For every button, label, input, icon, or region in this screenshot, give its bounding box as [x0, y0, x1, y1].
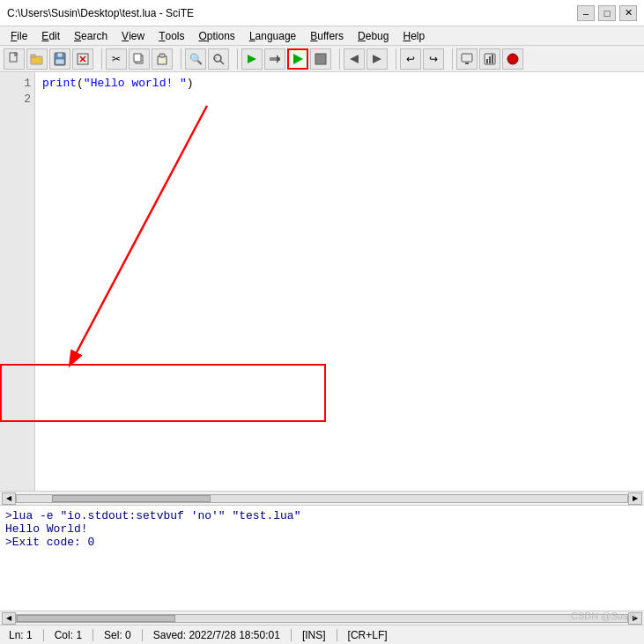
- svg-marker-18: [277, 55, 280, 63]
- run-button[interactable]: [287, 48, 308, 70]
- status-sep-2: [93, 629, 93, 641]
- toolbar-separator-1: [97, 48, 102, 70]
- stop2-button[interactable]: [502, 48, 523, 70]
- menu-buffers[interactable]: Buffers: [303, 26, 351, 46]
- output-line-1: >lua -e "io.stdout:setvbuf 'no'" "test.l…: [5, 509, 639, 522]
- status-line-ending: [CR+LF]: [344, 629, 391, 641]
- menu-bar: File Edit Search View Tools Options Lang…: [0, 26, 644, 46]
- code-line-1: print("Hello world! "): [42, 76, 637, 92]
- graph-button[interactable]: [479, 48, 500, 70]
- redo-button[interactable]: ↪: [423, 48, 444, 70]
- bottom-hscroll[interactable]: ◀ ▶: [0, 611, 644, 625]
- toolbar-separator-3: [233, 48, 238, 70]
- output-panel[interactable]: >lua -e "io.stdout:setvbuf 'no'" "test.l…: [0, 505, 644, 611]
- cut-button[interactable]: ✂: [106, 48, 127, 70]
- close-button[interactable]: ✕: [619, 5, 637, 21]
- close-tab-button[interactable]: [72, 48, 93, 70]
- toolbar-separator-5: [391, 48, 396, 70]
- toolbar-separator-2: [176, 48, 181, 70]
- status-col: Col: 1: [51, 629, 85, 641]
- undo-button[interactable]: ↩: [400, 48, 421, 70]
- find-button[interactable]: 🔍: [185, 48, 206, 70]
- hscroll-thumb[interactable]: [52, 495, 211, 502]
- svg-text:*: *: [215, 56, 218, 62]
- title-text: C:\Users\Susin\Desktop\test.lua - SciTE: [7, 7, 194, 19]
- svg-line-14: [220, 61, 224, 64]
- csdn-watermark: CSDN @Susin: [571, 611, 635, 621]
- maximize-button[interactable]: □: [598, 5, 616, 21]
- status-ins: [INS]: [299, 629, 329, 641]
- menu-options[interactable]: Options: [192, 26, 242, 46]
- menu-view[interactable]: View: [115, 26, 152, 46]
- hscroll-right[interactable]: ▶: [628, 492, 642, 505]
- menu-search[interactable]: Search: [67, 26, 115, 46]
- svg-rect-24: [465, 63, 469, 64]
- bottom-hscroll-track[interactable]: [16, 614, 628, 623]
- find-in-files-button[interactable]: *: [208, 48, 229, 70]
- svg-rect-4: [57, 53, 63, 57]
- copy-button[interactable]: [129, 48, 150, 70]
- toolbar-separator-4: [335, 48, 340, 70]
- toolbar: ✂ 🔍 * ↩ ↪: [0, 46, 644, 72]
- next-button[interactable]: [366, 48, 388, 70]
- compile-button[interactable]: [241, 48, 263, 70]
- svg-marker-21: [350, 55, 359, 63]
- svg-marker-16: [248, 55, 256, 63]
- output-line-2: Hello World!: [5, 522, 639, 536]
- svg-rect-5: [56, 59, 64, 64]
- status-bar: Ln: 1 Col: 1 Sel: 0 Saved: 2022/7/28 18:…: [0, 625, 644, 644]
- svg-rect-20: [315, 54, 326, 64]
- menu-help[interactable]: Help: [396, 26, 432, 46]
- hscroll-left[interactable]: ◀: [2, 492, 16, 505]
- svg-rect-26: [486, 59, 488, 63]
- save-button[interactable]: [49, 48, 70, 70]
- menu-edit[interactable]: Edit: [34, 26, 67, 46]
- paste-button[interactable]: [152, 48, 173, 70]
- svg-marker-22: [373, 55, 381, 63]
- status-sep-4: [291, 629, 292, 641]
- monitor-button[interactable]: [456, 48, 477, 70]
- svg-marker-19: [293, 54, 303, 64]
- svg-rect-23: [462, 54, 472, 62]
- editor-area: 1 2 print("Hello world! "): [0, 72, 644, 491]
- status-sep-5: [337, 629, 337, 641]
- stop-button[interactable]: [310, 48, 331, 70]
- line-numbers: 1 2: [0, 72, 35, 491]
- svg-rect-12: [159, 54, 165, 57]
- svg-rect-27: [489, 56, 491, 63]
- menu-tools[interactable]: Tools: [152, 26, 191, 46]
- prev-button[interactable]: [344, 48, 365, 70]
- hscroll-track[interactable]: [16, 494, 628, 503]
- svg-rect-28: [492, 55, 493, 63]
- status-saved: Saved: 2022/7/28 18:50:01: [150, 629, 284, 641]
- svg-point-29: [507, 54, 518, 64]
- new-button[interactable]: [4, 48, 25, 70]
- title-controls: – □ ✕: [577, 5, 637, 21]
- open-button[interactable]: [26, 48, 48, 70]
- editor-hscroll[interactable]: ◀ ▶: [0, 491, 644, 505]
- svg-rect-2: [31, 55, 35, 57]
- status-sep-1: [43, 629, 44, 641]
- menu-debug[interactable]: Debug: [351, 26, 396, 46]
- minimize-button[interactable]: –: [577, 5, 595, 21]
- line-number-2: 2: [4, 92, 31, 107]
- status-sep-3: [142, 629, 143, 641]
- title-bar: C:\Users\Susin\Desktop\test.lua - SciTE …: [0, 0, 644, 26]
- build-button[interactable]: [264, 48, 285, 70]
- status-sel: Sel: 0: [100, 629, 135, 641]
- editor-container: 1 2 print("Hello world! ") ◀ ▶ >lua -e "…: [0, 72, 644, 625]
- status-ln: Ln: 1: [5, 629, 36, 641]
- bottom-hscroll-thumb[interactable]: [17, 615, 175, 622]
- menu-file[interactable]: File: [4, 26, 34, 46]
- toolbar-separator-6: [448, 48, 453, 70]
- line-number-1: 1: [4, 76, 31, 92]
- menu-language[interactable]: Language: [242, 26, 303, 46]
- svg-rect-10: [134, 54, 141, 62]
- output-line-3: >Exit code: 0: [5, 536, 639, 549]
- bottom-hscroll-left[interactable]: ◀: [2, 612, 16, 625]
- code-editor[interactable]: print("Hello world! "): [35, 72, 644, 491]
